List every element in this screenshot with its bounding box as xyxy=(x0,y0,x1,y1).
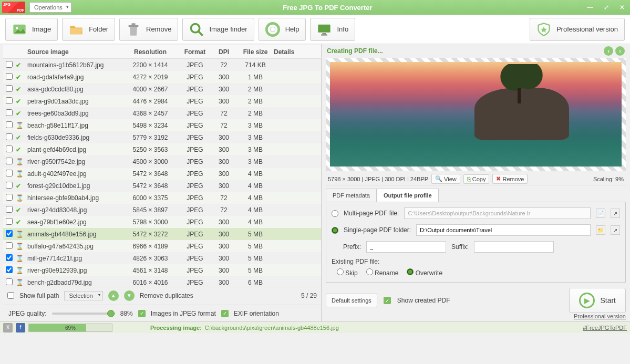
move-up-button[interactable]: ▲ xyxy=(108,290,119,301)
table-row[interactable]: ✔fields-g630de9336.jpg5779 × 3192JPEG300… xyxy=(3,131,321,143)
table-row[interactable]: ⌛beach-g58e11ff17.jpg5498 × 3234JPEG723 … xyxy=(3,119,321,131)
open-single-button[interactable]: ↗ xyxy=(611,225,620,235)
help-button[interactable]: Help xyxy=(259,18,306,41)
table-row[interactable]: ✔road-gdafafa4a9.jpg4272 × 2019JPEG3001 … xyxy=(3,71,321,83)
table-row[interactable]: ✔sea-g79bf1e60e2.jpg5798 × 3000JPEG3004 … xyxy=(3,216,321,228)
professional-version-link[interactable]: Professional version xyxy=(574,313,626,319)
professional-version-button[interactable]: Professional version xyxy=(530,18,625,41)
row-checkbox[interactable] xyxy=(6,242,13,249)
table-body[interactable]: ✔mountains-g1b5612b67.jpg2200 × 1414JPEG… xyxy=(3,59,321,286)
jpeg-format-checkbox[interactable]: ✓ xyxy=(138,310,146,317)
facebook-icon[interactable]: f xyxy=(16,323,25,332)
show-full-path-checkbox[interactable] xyxy=(7,292,14,299)
default-settings-button[interactable]: Default settings xyxy=(326,294,377,307)
remove-button[interactable]: Remove xyxy=(119,18,178,41)
suffix-input[interactable] xyxy=(474,241,554,253)
move-down-button[interactable]: ▼ xyxy=(124,290,135,301)
table-row[interactable]: ✔petra-g9d01aa3dc.jpg4476 × 2984JPEG3002… xyxy=(3,95,321,107)
row-checkbox[interactable] xyxy=(6,145,13,152)
selection-dropdown[interactable]: Selection xyxy=(64,291,102,300)
table-row[interactable]: ⌛animals-gb4488e156.jpg5472 × 3272JPEG30… xyxy=(3,228,321,240)
table-row[interactable]: ⌛river-g90e912939.jpg4561 × 3148JPEG3005… xyxy=(3,264,321,276)
check-icon: ✔ xyxy=(16,146,23,153)
row-checkbox[interactable] xyxy=(6,230,13,237)
single-page-path-input[interactable] xyxy=(416,224,591,236)
table-row[interactable]: ⌛hintersee-gbfe9b0ab4.jpg6000 × 3375JPEG… xyxy=(3,192,321,204)
jpeg-quality-slider[interactable] xyxy=(52,313,115,315)
row-checkbox[interactable] xyxy=(6,266,13,273)
add-folder-button[interactable]: Folder xyxy=(62,18,115,41)
next-image-button[interactable]: › xyxy=(615,46,625,56)
browse-multi-button[interactable]: 📄 xyxy=(596,209,605,218)
row-checkbox[interactable] xyxy=(6,194,13,201)
browse-single-button[interactable]: 📁 xyxy=(596,225,605,235)
remove-preview-button[interactable]: ✖Remove xyxy=(492,174,528,184)
single-page-radio[interactable] xyxy=(332,227,338,234)
row-dpi: 72 xyxy=(211,194,237,202)
col-filesize[interactable]: File size xyxy=(237,48,274,56)
row-checkbox[interactable] xyxy=(6,97,13,104)
table-row[interactable]: ✔trees-ge60ba3dd9.jpg4368 × 2457JPEG722 … xyxy=(3,107,321,119)
row-checkbox[interactable] xyxy=(6,206,13,213)
table-row[interactable]: ⌛adult-g402f497ee.jpg5472 × 3648JPEG3004… xyxy=(3,168,321,180)
show-created-pdf-checkbox[interactable]: ✓ xyxy=(384,297,391,304)
exif-checkbox[interactable]: ✓ xyxy=(221,310,229,317)
add-image-button[interactable]: Image xyxy=(5,18,58,41)
prev-image-button[interactable]: ‹ xyxy=(604,46,613,56)
copy-button[interactable]: ⎘Copy xyxy=(463,174,490,184)
row-checkbox[interactable] xyxy=(6,182,13,189)
rename-option[interactable]: Rename xyxy=(366,268,399,277)
table-row[interactable]: ✔river-g24dd83048.jpg5845 × 3897JPEG724 … xyxy=(3,204,321,216)
info-button[interactable]: Info xyxy=(310,18,355,41)
svg-rect-9 xyxy=(323,33,326,34)
table-row[interactable]: ⌛bench-g2dbadd79d.jpg6016 × 4016JPEG3006… xyxy=(3,276,321,286)
minimize-icon[interactable]: — xyxy=(584,4,596,11)
open-multi-button[interactable]: ↗ xyxy=(611,209,620,218)
prefix-input[interactable] xyxy=(366,241,446,253)
table-row[interactable]: ⌛buffalo-g47a642435.jpg6966 × 4189JPEG30… xyxy=(3,240,321,252)
twitter-icon[interactable]: X xyxy=(3,323,13,332)
row-format: JPEG xyxy=(179,122,211,129)
row-format: JPEG xyxy=(179,134,211,141)
col-format[interactable]: Format xyxy=(179,48,211,56)
row-checkbox[interactable] xyxy=(6,278,13,285)
col-source[interactable]: Source image xyxy=(26,48,121,56)
row-checkbox[interactable] xyxy=(6,158,13,164)
overwrite-option[interactable]: Overwrite xyxy=(407,268,442,277)
hashtag-link[interactable]: #FreeJPGToPDF xyxy=(583,325,627,331)
maximize-icon[interactable]: ⤢ xyxy=(601,4,612,11)
close-icon[interactable]: ✕ xyxy=(616,4,628,11)
row-checkbox[interactable] xyxy=(6,73,13,80)
row-checkbox[interactable] xyxy=(6,218,13,225)
row-checkbox[interactable] xyxy=(6,121,13,128)
remove-duplicates-link[interactable]: Remove duplicates xyxy=(140,292,193,299)
row-checkbox[interactable] xyxy=(6,61,13,68)
table-header: Source image Resolution Format DPI File … xyxy=(3,45,321,59)
table-row[interactable]: ⌛river-g950f7542e.jpg4500 × 3000JPEG3003… xyxy=(3,155,321,168)
row-checkbox[interactable] xyxy=(6,254,13,261)
image-finder-button[interactable]: Image finder xyxy=(182,18,254,41)
table-row[interactable]: ✔plant-gefd4b69cd.jpg5250 × 3563JPEG3003… xyxy=(3,143,321,155)
multi-page-path-input[interactable] xyxy=(404,207,591,219)
skip-option[interactable]: Skip xyxy=(337,268,358,277)
col-dpi[interactable]: DPI xyxy=(211,48,237,56)
tab-pdf-metadata[interactable]: PDF metadata xyxy=(326,189,377,202)
row-checkbox[interactable] xyxy=(6,170,13,176)
row-checkbox[interactable] xyxy=(6,133,13,140)
view-button[interactable]: 🔍View xyxy=(431,174,460,184)
row-checkbox[interactable] xyxy=(6,109,13,116)
col-details[interactable]: Details xyxy=(274,48,321,56)
start-button[interactable]: ▶ Start xyxy=(569,288,626,313)
operations-dropdown[interactable]: Operations xyxy=(29,2,71,13)
table-row[interactable]: ✔forest-g29c10dbe1.jpg5472 × 3648JPEG300… xyxy=(3,180,321,192)
row-size: 4 MB xyxy=(237,170,274,178)
row-checkbox[interactable] xyxy=(6,85,13,92)
tab-output-profile[interactable]: Output file profile xyxy=(377,189,439,202)
col-resolution[interactable]: Resolution xyxy=(121,48,179,56)
multi-page-radio[interactable] xyxy=(332,210,338,217)
table-row[interactable]: ✔mountains-g1b5612b67.jpg2200 × 1414JPEG… xyxy=(3,59,321,71)
row-filename: fields-g630de9336.jpg xyxy=(26,134,121,141)
table-row[interactable]: ⌛mill-ge7714c21f.jpg4826 × 3063JPEG3005 … xyxy=(3,252,321,264)
row-resolution: 4272 × 2019 xyxy=(121,74,179,81)
table-row[interactable]: ✔asia-gdc0cdcf80.jpg4000 × 2667JPEG3002 … xyxy=(3,83,321,95)
